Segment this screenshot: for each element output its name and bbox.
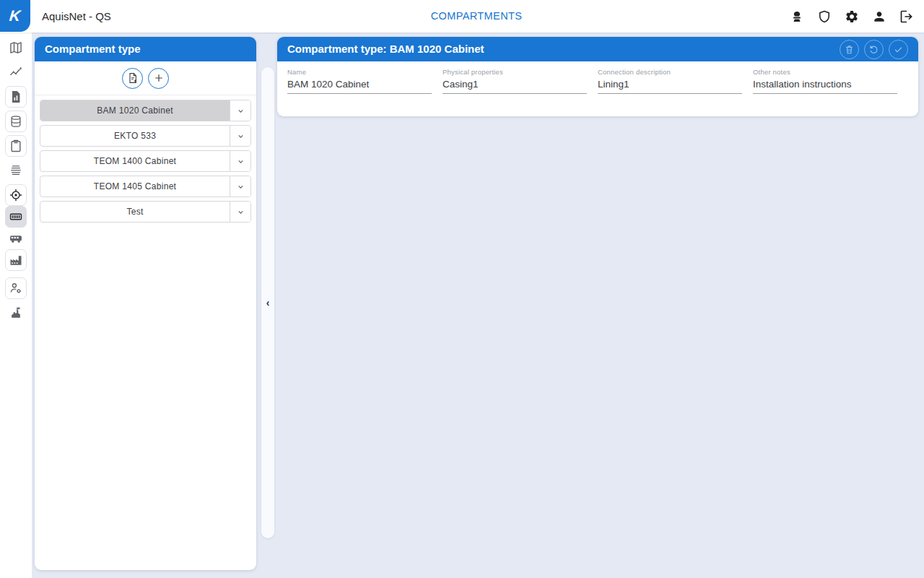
chevron-down-icon[interactable] (230, 126, 250, 146)
collapse-chevron-icon: ‹ (266, 297, 270, 309)
layers-icon[interactable] (5, 160, 27, 181)
field-physical-properties: Physical properties (443, 68, 598, 94)
app-title: AquisNet - QS (42, 0, 111, 33)
compartment-type-list: BAM 1020 Cabinet EKTO 533 TEOM 1400 Cabi… (35, 95, 256, 230)
app-logo[interactable]: K (0, 0, 30, 32)
list-item[interactable]: TEOM 1405 Cabinet (40, 176, 251, 197)
list-item[interactable]: TEOM 1400 Cabinet (40, 150, 251, 172)
list-item-label[interactable]: TEOM 1400 Cabinet (40, 151, 230, 171)
field-label: Name (287, 68, 443, 76)
undo-icon[interactable] (864, 40, 884, 59)
detail-form: Name Physical properties Connection desc… (277, 61, 918, 94)
list-item-label[interactable]: TEOM 1405 Cabinet (40, 176, 230, 197)
list-item-label[interactable]: BAM 1020 Cabinet (40, 100, 230, 121)
field-label: Other notes (753, 68, 908, 76)
database-icon[interactable] (5, 111, 27, 132)
compartment-type-panel: Compartment type BAM 1020 Cabinet EKTO 5… (35, 37, 256, 570)
list-item[interactable]: BAM 1020 Cabinet (40, 100, 251, 121)
page-title: COMPARTMENTS (431, 0, 523, 33)
topbar: K AquisNet - QS COMPARTMENTS (0, 0, 924, 33)
list-item[interactable]: Test (40, 201, 251, 223)
field-connection-description: Connection description (598, 68, 753, 94)
factory-icon[interactable] (5, 249, 27, 271)
chevron-down-icon[interactable] (230, 202, 250, 222)
confirm-icon[interactable] (889, 40, 908, 59)
compartment-type-toolbar (35, 61, 256, 95)
list-item[interactable]: EKTO 533 (40, 125, 251, 147)
list-item-label[interactable]: EKTO 533 (40, 126, 230, 146)
map-icon[interactable] (5, 37, 27, 59)
list-item-label[interactable]: Test (40, 202, 230, 222)
detail-panel-title: Compartment type: BAM 1020 Cabinet (287, 37, 484, 61)
compartment-type-panel-header: Compartment type (35, 37, 256, 61)
nav-rail (0, 33, 32, 578)
delete-icon[interactable] (840, 40, 859, 59)
logout-icon[interactable] (899, 9, 915, 25)
compartment-type-panel-title: Compartment type (45, 37, 141, 61)
target-icon[interactable] (5, 184, 27, 206)
logo-letter: K (9, 7, 22, 25)
vehicle-icon[interactable] (5, 228, 27, 249)
connection-description-input[interactable] (598, 76, 742, 94)
field-name: Name (287, 68, 443, 94)
trend-icon[interactable] (5, 61, 27, 83)
topbar-actions (789, 0, 915, 33)
report-icon[interactable] (5, 86, 27, 108)
chevron-down-icon[interactable] (230, 176, 250, 197)
detail-panel: Compartment type: BAM 1020 Cabinet Name … (277, 37, 918, 116)
add-icon[interactable] (148, 68, 169, 89)
chevron-down-icon[interactable] (230, 151, 250, 171)
settings-icon[interactable] (844, 9, 860, 25)
shield-icon[interactable] (816, 9, 832, 25)
field-label: Connection description (598, 68, 753, 76)
physical-properties-input[interactable] (443, 76, 587, 94)
file-add-icon[interactable] (122, 68, 143, 89)
name-input[interactable] (287, 76, 432, 94)
plant-icon[interactable] (5, 302, 27, 324)
clipboard-icon[interactable] (5, 135, 27, 157)
field-other-notes: Other notes (753, 68, 908, 94)
detail-panel-header: Compartment type: BAM 1020 Cabinet (277, 37, 918, 61)
chevron-down-icon[interactable] (230, 100, 250, 121)
user-settings-icon[interactable] (5, 277, 27, 299)
field-label: Physical properties (443, 68, 598, 76)
panel-collapse-handle[interactable]: ‹ (261, 67, 274, 538)
other-notes-input[interactable] (753, 76, 897, 94)
account-icon[interactable] (871, 9, 887, 25)
station-icon[interactable] (789, 9, 805, 25)
detail-actions (840, 40, 908, 59)
compartment-icon[interactable] (5, 206, 27, 228)
